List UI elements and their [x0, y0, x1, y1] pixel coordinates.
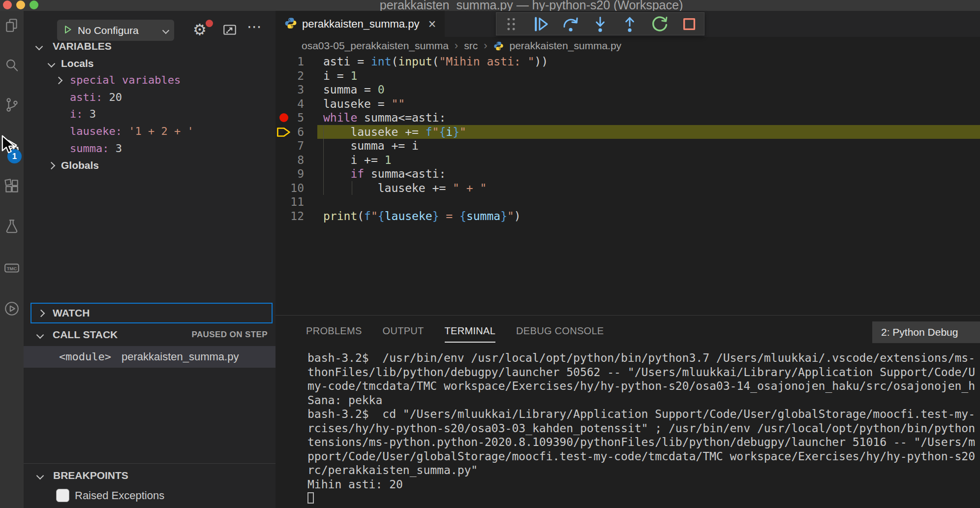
activity-item-test-beaker-icon[interactable] — [3, 218, 20, 237]
stop-icon[interactable] — [680, 15, 698, 33]
chevron-right-icon — [48, 162, 56, 170]
breadcrumb: osa03-05_perakkaisten_summa›src›perakkai… — [276, 37, 980, 55]
code-line-6: 6 lauseke += f"{i}" — [276, 125, 980, 139]
panel-tab-output[interactable]: OUTPUT — [383, 325, 424, 343]
terminal-line: pport/Code/User/globalStorage/moocfi.tes… — [307, 449, 975, 464]
code-editor[interactable]: 1asti = int(input("Mihin asti: "))2i = 1… — [276, 55, 980, 315]
code-text: if summa<asti: — [323, 167, 446, 181]
terminal-selector-dropdown[interactable]: 2: Python Debug — [872, 321, 980, 343]
chevron-down-icon — [48, 60, 56, 67]
code-line-1: 1asti = int(input("Mihin asti: ")) — [276, 55, 980, 69]
step-out-icon[interactable] — [621, 15, 639, 33]
panel-tab-debug-console[interactable]: DEBUG CONSOLE — [516, 325, 604, 343]
chevron-down-icon — [35, 43, 43, 51]
terminal-line: my-code/tmcdata/TMC workspace/Exercises/… — [307, 379, 975, 393]
code-line-3: 3summa = 0 — [276, 83, 980, 97]
chevron-down-icon — [36, 331, 44, 339]
debug-toolbar — [496, 12, 704, 35]
activity-item-tmc-icon[interactable]: TMC — [3, 259, 20, 278]
code-text: lauseke = "" — [323, 97, 405, 111]
chevron-right-icon — [37, 310, 45, 318]
call-stack-label: CALL STACK — [53, 324, 118, 345]
close-tab-icon[interactable]: × — [428, 19, 436, 29]
gear-icon[interactable]: ⚙ — [193, 20, 207, 39]
call-stack-frame[interactable]: <module> perakkaisten_summa.py — [24, 346, 276, 368]
breadcrumb-item[interactable]: src — [464, 40, 478, 52]
code-line-2: 2i = 1 — [276, 69, 980, 83]
variables-row-asti[interactable]: asti: 20 — [24, 89, 276, 106]
code-line-4: 4lauseke = "" — [276, 97, 980, 111]
breakpoints-section-header[interactable]: BREAKPOINTS — [24, 466, 276, 485]
code-line-5: 5while summa<=asti: — [276, 111, 980, 125]
raised-exceptions-checkbox[interactable] — [56, 489, 69, 502]
activity-item-source-control-icon[interactable] — [3, 96, 20, 115]
svg-text:TMC: TMC — [7, 266, 17, 271]
code-line-10: 10 lauseke += " + " — [276, 181, 980, 195]
more-actions-icon[interactable]: ⋯ — [247, 18, 262, 35]
variables-row-summa[interactable]: summa: 3 — [24, 140, 276, 158]
tab-bar: perakkaisten_summa.py × — [276, 11, 980, 37]
code-line-7: 7 summa += i — [276, 139, 980, 153]
code-text: lauseke += " + " — [323, 181, 487, 195]
line-number: 9 — [276, 167, 304, 181]
breadcrumb-item[interactable]: perakkaisten_summa.py — [510, 40, 622, 52]
variables-row-globals[interactable]: Globals — [24, 157, 276, 174]
variables-row-lauseke[interactable]: lauseke: '1 + 2 + ' — [24, 123, 276, 140]
line-number: 4 — [276, 97, 304, 111]
terminal-cursor — [307, 492, 314, 504]
chevron-down-icon — [162, 27, 169, 33]
code-text: i = 1 — [323, 69, 357, 83]
variables-row-special-variables[interactable]: special variables — [24, 72, 276, 89]
panel-tab-problems[interactable]: PROBLEMS — [306, 325, 362, 343]
code-line-12: 12print(f"{lauseke} = {summa}") — [276, 209, 980, 223]
start-debugging-icon[interactable] — [63, 25, 73, 36]
chevron-down-icon — [36, 472, 44, 480]
gripper-icon — [502, 15, 520, 33]
line-number: 12 — [276, 209, 304, 223]
terminal-selector-value: 2: Python Debug — [881, 326, 958, 338]
variables-row-variables[interactable]: VARIABLES — [24, 38, 276, 55]
variables-row-i[interactable]: i: 3 — [24, 106, 276, 123]
step-into-icon[interactable] — [591, 15, 609, 33]
tab-perakkaisten-summa[interactable]: perakkaisten_summa.py × — [276, 11, 445, 37]
variables-row-locals[interactable]: Locals — [24, 55, 276, 72]
terminal-line: bash-3.2$ cd "/Users/mluukkai/Library/Ap… — [307, 407, 975, 421]
code-text: i += 1 — [323, 153, 391, 167]
code-text: print(f"{lauseke} = {summa}") — [323, 209, 521, 223]
line-number: 3 — [276, 83, 304, 97]
terminal-output[interactable]: bash-3.2$ /usr/bin/env /usr/local/opt/py… — [307, 351, 975, 506]
breakpoint-item-row[interactable]: Raised Exceptions — [24, 486, 276, 506]
breadcrumb-separator: › — [455, 39, 458, 52]
tab-label: perakkaisten_summa.py — [302, 18, 419, 31]
terminal-line: rcises/hy/hy-python-s20/osa03-03_kahden_… — [307, 421, 975, 436]
code-text: asti = int(input("Mihin asti: ")) — [323, 55, 548, 69]
current-line-arrow-icon — [276, 127, 291, 138]
code-line-11: 11 — [276, 195, 980, 209]
line-number: 2 — [276, 69, 304, 83]
terminal-line: tensions/ms-python.python-2020.8.109390/… — [307, 435, 975, 449]
continue-icon[interactable] — [532, 15, 550, 33]
titlebar: perakkaisten_summa.py — hy-python-s20 (W… — [0, 0, 980, 11]
python-icon — [493, 41, 504, 51]
restart-icon[interactable] — [651, 15, 669, 33]
activity-item-explorer-icon[interactable] — [3, 17, 20, 36]
panel-tab-terminal[interactable]: TERMINAL — [445, 325, 496, 343]
code-text: summa = 0 — [323, 83, 385, 97]
line-number: 8 — [276, 153, 304, 167]
bottom-panel: PROBLEMSOUTPUTTERMINALDEBUG CONSOLE 2: P… — [276, 315, 980, 508]
line-number: 7 — [276, 139, 304, 153]
step-over-icon[interactable] — [562, 15, 580, 33]
frame-file: perakkaisten_summa.py — [122, 346, 239, 368]
watch-section-header[interactable]: WATCH — [31, 303, 273, 323]
frame-name: <module> — [59, 346, 111, 368]
breakpoint-icon[interactable] — [279, 113, 288, 122]
breadcrumb-item[interactable]: osa03-05_perakkaisten_summa — [302, 40, 449, 52]
code-line-9: 9 if summa<asti: — [276, 167, 980, 181]
activity-item-search-icon[interactable] — [3, 57, 20, 76]
activity-item-play-circle-icon[interactable] — [3, 300, 20, 319]
activity-item-extensions-icon[interactable] — [3, 178, 20, 197]
call-stack-section-header[interactable]: CALL STACK PAUSED ON STEP — [24, 324, 276, 345]
terminal-line: Mihin asti: 20 — [307, 477, 975, 492]
breakpoints-label: BREAKPOINTS — [53, 466, 128, 485]
python-icon — [284, 17, 297, 32]
